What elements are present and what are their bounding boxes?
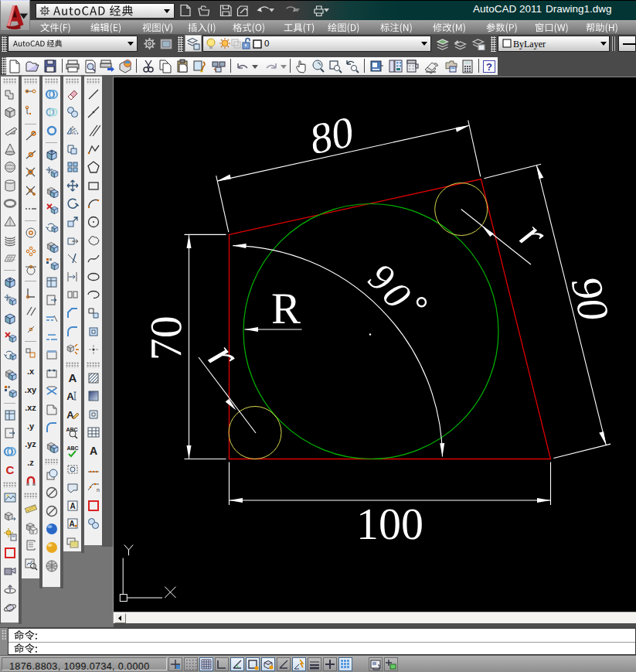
svg-text:n: n bbox=[97, 487, 100, 493]
svg-text:A: A bbox=[70, 502, 75, 510]
svg-text:ABC: ABC bbox=[66, 445, 78, 451]
svg-text:A: A bbox=[69, 520, 74, 528]
svg-text:A: A bbox=[66, 391, 74, 402]
svg-text:C: C bbox=[5, 463, 14, 476]
svg-text:ABC: ABC bbox=[66, 427, 77, 432]
svg-text:A: A bbox=[89, 445, 97, 457]
svg-text:A: A bbox=[68, 371, 77, 384]
svg-text:?: ? bbox=[486, 60, 492, 72]
